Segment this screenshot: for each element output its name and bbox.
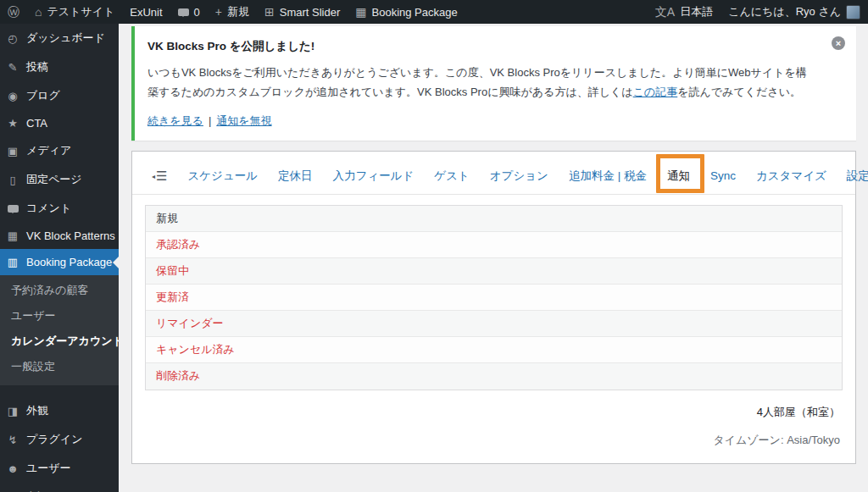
sidebar-item-plugins[interactable]: ↯ プラグイン — [0, 425, 119, 454]
sidebar-item-label: プラグイン — [26, 432, 83, 447]
sidebar-item-posts[interactable]: ✎ 投稿 — [0, 53, 119, 81]
adminbar-comments[interactable]: 0 — [170, 0, 208, 24]
adminbar-smart-slider[interactable]: ⊞ Smart Slider — [257, 0, 348, 24]
tab-schedule[interactable]: スケジュール — [187, 169, 258, 184]
sidebar-item-dashboard[interactable]: ◴ ダッシュボード — [0, 24, 119, 53]
list-item-label: リマインダー — [156, 316, 224, 331]
adminbar-new[interactable]: + 新規 — [208, 0, 257, 24]
tab-guests[interactable]: ゲスト — [434, 169, 469, 184]
sidebar-item-appearance[interactable]: ◨ 外観 — [0, 396, 119, 425]
sidebar-item-label: 外観 — [26, 403, 48, 418]
notice-body-text: を読んでみてください。 — [677, 86, 801, 98]
list-item-label: 承認済み — [156, 237, 200, 252]
notice-vk-blocks-pro: VK Blocks Pro を公開しました! いつもVK Blocksをご利用い… — [131, 26, 856, 141]
sidebar-subitem-label: 予約済みの顧客 — [11, 284, 89, 296]
sidebar-subitem-general-settings[interactable]: 一般設定 — [0, 354, 119, 379]
adminbar-account[interactable]: こんにちは、Ryo さん — [721, 0, 868, 24]
sidebar-subitem-users[interactable]: ユーザー — [0, 303, 119, 329]
adminbar-site-link[interactable]: ⌂ テストサイト — [27, 0, 122, 24]
notice-title: VK Blocks Pro を公開しました! — [147, 39, 817, 54]
tab-extra-fees-tax[interactable]: 追加料金 | 税金 — [569, 169, 647, 184]
tab-settings[interactable]: 設定 — [847, 169, 868, 184]
plus-icon: + — [215, 6, 222, 18]
booking-package-label: Booking Package — [372, 6, 458, 19]
tab-input-fields[interactable]: 入力フィールド — [333, 169, 415, 184]
sidebar-item-label: コメント — [26, 201, 71, 216]
user-icon: ☻ — [6, 462, 19, 475]
page-icon: ▯ — [6, 174, 19, 186]
pin-icon: ✎ — [6, 61, 19, 74]
list-item-label: 削除済み — [156, 368, 200, 384]
link-separator: | — [209, 114, 211, 127]
sidebar-item-blog[interactable]: ◉ ブログ — [0, 81, 119, 110]
list-item-updated[interactable]: 更新済 — [146, 285, 842, 311]
comment-bubble-icon — [8, 205, 19, 213]
list-item-new[interactable]: 新規 — [146, 206, 842, 232]
sidebar-item-label: VK Block Patterns — [26, 229, 115, 242]
sidebar-item-label: 固定ページ — [26, 172, 82, 187]
notice-links: 続きを見る|通知を無視 — [147, 113, 817, 129]
dashboard-icon: ◴ — [6, 32, 19, 45]
notice-readmore-link[interactable]: 続きを見る — [147, 114, 203, 127]
tabs-menu-icon[interactable]: ◂☰ — [152, 169, 167, 182]
adminbar-exunit[interactable]: ExUnit — [122, 0, 170, 24]
new-label: 新規 — [227, 4, 249, 19]
calendar-icon: ▦ — [355, 6, 366, 18]
list-item-reminder[interactable]: リマインダー — [146, 311, 842, 337]
sidebar-item-booking-package[interactable]: ▥ Booking Package — [0, 249, 119, 275]
plugin-icon: ↯ — [6, 434, 19, 446]
comment-icon — [6, 202, 19, 215]
sidebar-subitem-calendar-accounts[interactable]: カレンダーアカウント — [0, 329, 119, 354]
collapse-arrow-icon: ◂ — [152, 174, 155, 180]
cta-icon: ★ — [6, 117, 19, 130]
panel-footer: 4人部屋（和室） タイムゾーン: Asia/Tokyo — [132, 390, 855, 453]
sidebar-item-users[interactable]: ☻ ユーザー — [0, 454, 119, 483]
sidebar-item-cta[interactable]: ★ CTA — [0, 110, 119, 136]
sidebar-item-label: CTA — [26, 117, 47, 130]
smart-slider-label: Smart Slider — [280, 6, 341, 19]
exunit-label: ExUnit — [130, 6, 162, 19]
list-item-canceled[interactable]: キャンセル済み — [146, 337, 842, 363]
admin-bar: Ⓦ ⌂ テストサイト ExUnit 0 + 新規 ⊞ Smart Slider … — [0, 0, 868, 24]
dismiss-notice-icon[interactable]: × — [832, 36, 845, 50]
sidebar-item-label: Booking Package — [26, 256, 112, 268]
sidebar-item-label: ユーザー — [26, 461, 71, 476]
tab-sync[interactable]: Sync — [710, 169, 736, 182]
sidebar-item-languages[interactable]: ⊕ 言語 — [0, 483, 119, 492]
tab-holidays[interactable]: 定休日 — [278, 169, 313, 184]
greeting-label: こんにちは、Ryo さん — [728, 4, 841, 19]
tab-customize[interactable]: カスタマイズ — [756, 169, 826, 184]
sidebar-item-media[interactable]: ▣ メディア — [0, 136, 119, 165]
blog-icon: ◉ — [6, 90, 19, 102]
list-item-label: 保留中 — [156, 263, 189, 279]
list-item-pending[interactable]: 保留中 — [146, 258, 842, 285]
sidebar-subitem-label: ユーザー — [11, 309, 56, 322]
tab-notification[interactable]: 通知 — [667, 169, 690, 184]
tab-notification-label: 通知 — [667, 169, 690, 182]
comments-count: 0 — [194, 6, 200, 19]
sidebar-subitem-reserved-customers[interactable]: 予約済みの顧客 — [0, 278, 119, 303]
adminbar-booking-package[interactable]: ▦ Booking Package — [348, 0, 465, 24]
wordpress-icon: Ⓦ — [8, 6, 19, 18]
notice-article-link[interactable]: この記事 — [633, 86, 678, 98]
sidebar-item-label: ブログ — [26, 88, 60, 103]
sidebar-item-vk-block-patterns[interactable]: ▦ VK Block Patterns — [0, 223, 119, 249]
wordpress-logo[interactable]: Ⓦ — [0, 0, 27, 24]
notice-ignore-link[interactable]: 通知を無視 — [216, 114, 271, 127]
notice-body: いつもVK Blocksをご利用いただきありがとうございます。この度、VK Bl… — [147, 64, 817, 102]
appearance-icon: ◨ — [6, 405, 19, 417]
adminbar-language[interactable]: 文A 日本語 — [648, 0, 721, 24]
list-item-approved[interactable]: 承認済み — [146, 232, 842, 258]
home-icon: ⌂ — [35, 6, 42, 18]
sidebar-item-comments[interactable]: コメント — [0, 194, 119, 223]
tab-options[interactable]: オプション — [490, 169, 548, 184]
admin-bar-right: 文A 日本語 こんにちは、Ryo さん — [648, 0, 868, 24]
tab-bar: ◂☰ スケジュール 定休日 入力フィールド ゲスト オプション 追加料金 | 税… — [132, 152, 855, 195]
translate-icon: 文A — [655, 6, 675, 18]
list-item-label: キャンセル済み — [156, 342, 235, 357]
smart-slider-icon: ⊞ — [264, 6, 275, 18]
sidebar-item-pages[interactable]: ▯ 固定ページ — [0, 165, 119, 194]
list-item-deleted[interactable]: 削除済み — [146, 363, 842, 390]
avatar — [846, 5, 860, 19]
comment-icon — [178, 8, 189, 16]
